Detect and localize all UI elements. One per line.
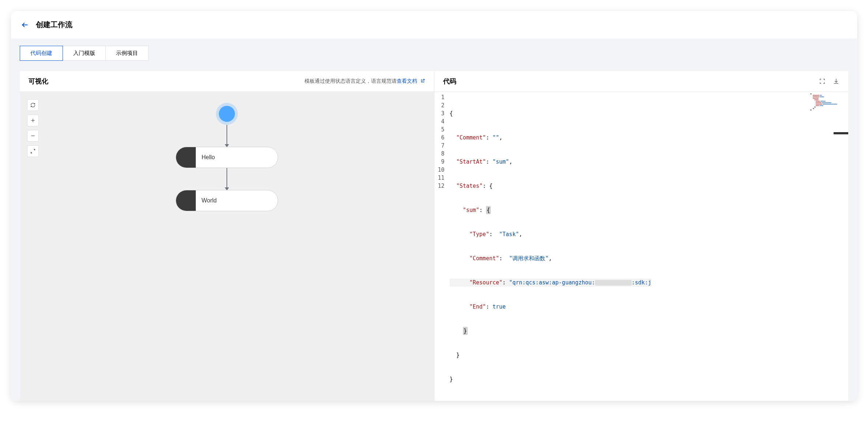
- external-link-icon[interactable]: [420, 78, 425, 83]
- flow-edge: [227, 125, 227, 147]
- refresh-button[interactable]: [27, 99, 39, 111]
- code-panel-title: 代码: [443, 77, 456, 86]
- code-line: "Comment": "调用求和函数",: [450, 254, 652, 262]
- code-editor[interactable]: 123456789101112 { "Comment": "", "StartA…: [434, 92, 849, 401]
- task-node-world[interactable]: World: [176, 190, 278, 211]
- code-line: "End": true: [450, 303, 652, 311]
- viz-note: 模板通过使用状态语言定义，语言规范请查看文档: [304, 78, 425, 85]
- tab-sample-project[interactable]: 示例项目: [105, 46, 149, 61]
- tabs-bar: 代码创建 入门模版 示例项目: [20, 46, 149, 61]
- fullscreen-button[interactable]: [27, 145, 39, 157]
- viz-note-text: 模板通过使用状态语言定义，语言规范请: [304, 78, 397, 84]
- line-gutter: 123456789101112: [434, 92, 450, 401]
- page-title: 创建工作流: [36, 20, 72, 30]
- tab-starter-template[interactable]: 入门模版: [63, 46, 106, 61]
- task-label: World: [196, 197, 217, 204]
- code-line: "sum": {: [450, 206, 652, 214]
- code-panel: 代码: [434, 71, 849, 401]
- task-label: Hello: [196, 154, 215, 161]
- start-node[interactable]: [219, 106, 235, 122]
- download-icon[interactable]: [833, 78, 839, 85]
- code-content[interactable]: { "Comment": "", "StartAt": "sum", "Stat…: [450, 92, 652, 401]
- zoom-in-button[interactable]: [27, 115, 39, 126]
- flowchart[interactable]: Hello World: [176, 103, 278, 211]
- code-line: }: [450, 327, 652, 335]
- code-line: "Comment": "",: [450, 134, 652, 142]
- tab-code-create[interactable]: 代码创建: [20, 46, 63, 61]
- viz-panel-title: 可视化: [29, 77, 48, 86]
- code-line: {: [450, 109, 652, 117]
- zoom-out-button[interactable]: [27, 130, 39, 142]
- code-line: "StartAt": "sum",: [450, 158, 652, 166]
- docs-link[interactable]: 查看文档: [397, 78, 417, 84]
- cursor-position: {: [486, 206, 491, 214]
- back-arrow-icon[interactable]: [21, 21, 29, 29]
- flow-edge: [227, 168, 227, 190]
- redacted-region: [595, 280, 632, 286]
- horizontal-scroll-thumb[interactable]: [834, 132, 848, 134]
- code-line: "Resource": "qrn:qcs:asw:ap-guangzhou::s…: [450, 279, 652, 287]
- page-header: 创建工作流: [11, 11, 857, 38]
- code-line: }: [450, 375, 652, 383]
- code-line: "Type": "Task",: [450, 230, 652, 238]
- task-node-hello[interactable]: Hello: [176, 147, 278, 168]
- visualization-panel: 可视化 模板通过使用状态语言定义，语言规范请查看文档: [20, 71, 434, 401]
- code-line: "States": {: [450, 182, 652, 190]
- code-line: }: [450, 351, 652, 359]
- expand-icon[interactable]: [819, 78, 826, 85]
